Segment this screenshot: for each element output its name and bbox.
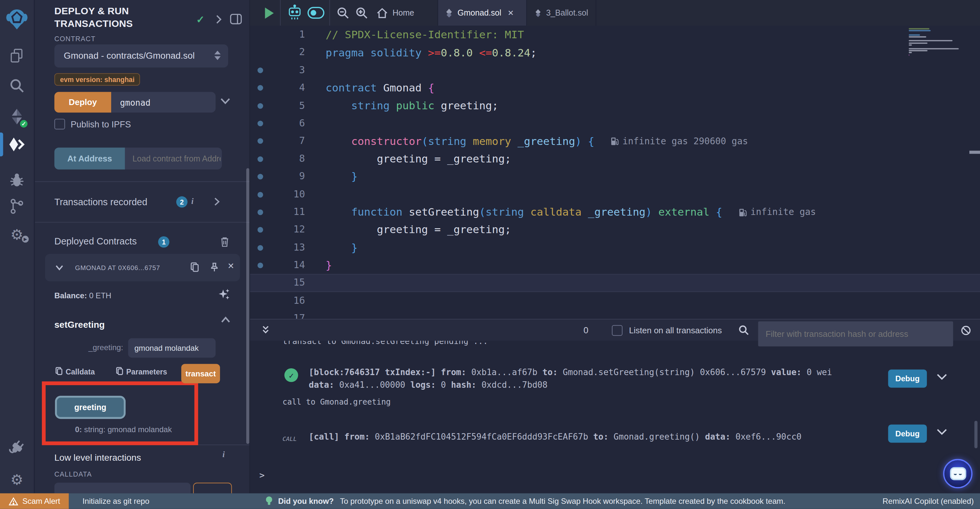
editor-scrollbar-thumb[interactable] [969, 151, 980, 154]
debug-button[interactable]: Debug [888, 370, 927, 388]
pin-icon[interactable] [209, 262, 220, 273]
terminal-search-icon[interactable] [738, 324, 749, 336]
code-editor[interactable]: 1// SPDX-License-Identifier: MIT2pragma … [250, 26, 980, 319]
code-line[interactable]: 9 } [250, 168, 980, 185]
transact-button[interactable]: transact [181, 364, 220, 383]
tab-gmonad-sol[interactable]: Gmonad.sol ✕ [438, 0, 527, 26]
trash-icon[interactable] [220, 236, 229, 247]
low-level-transact-button[interactable] [193, 483, 232, 493]
call-expand-icon[interactable] [936, 428, 948, 436]
low-level-info-icon[interactable]: i [223, 450, 225, 460]
instance-collapse-icon[interactable] [55, 265, 64, 271]
debugger-icon[interactable] [0, 171, 34, 189]
warning-icon [9, 497, 18, 506]
run-script-button[interactable] [265, 0, 274, 26]
code-line[interactable]: 4contract Gmonad { [250, 79, 980, 97]
code-line[interactable]: 6 [250, 115, 980, 132]
at-address-button[interactable]: At Address [54, 147, 125, 169]
calldata-button[interactable]: Calldata [65, 368, 95, 377]
copilot-toggle-icon[interactable] [307, 0, 325, 26]
code-line[interactable]: 15 [250, 274, 980, 292]
search-icon[interactable] [0, 76, 34, 95]
panel-check-icon: ✓ [196, 14, 205, 26]
code-line[interactable]: 16 [250, 292, 980, 310]
code-line[interactable]: 3 [250, 61, 980, 79]
code-text: constructor(string memory _greeting) { [326, 135, 594, 147]
parameters-button[interactable]: Parameters [126, 368, 167, 377]
tx-expand-icon[interactable] [936, 373, 948, 381]
terminal-collapse-icon[interactable] [261, 325, 270, 335]
plugin-manager-icon[interactable] [0, 438, 34, 458]
settings-icon[interactable]: ⚙ [0, 470, 34, 489]
clear-console-icon[interactable] [961, 325, 971, 335]
constructor-arg-input[interactable] [111, 92, 215, 113]
tab-3-ballot-sol[interactable]: 3_Ballot.sol [528, 0, 596, 26]
zoom-out-icon[interactable] [336, 0, 350, 26]
greeting-param-input[interactable] [128, 338, 215, 357]
minimap-line [909, 44, 912, 45]
remix-ai-assistant-button[interactable] [287, 0, 302, 26]
code-line[interactable]: 11 function setGreeting(string calldata … [250, 203, 980, 221]
low-level-calldata-input[interactable] [54, 483, 191, 493]
code-line[interactable]: 2pragma solidity >=0.8.0 <=0.8.24; [250, 43, 980, 61]
copy-icon[interactable] [190, 262, 199, 273]
copilot-status-label[interactable]: RemixAI Copilot (enabled) [883, 497, 974, 506]
code-token [326, 135, 351, 147]
contract-select[interactable]: Gmonad - contracts/Gmonad.sol [54, 45, 228, 67]
deployed-instance-card[interactable]: GMONAD AT 0X606...6757 ✕ [45, 254, 240, 281]
code-line[interactable]: 7 constructor(string memory _greeting) {… [250, 132, 980, 150]
file-explorer-icon[interactable] [0, 46, 34, 67]
terminal-text-segment: 0xa41...00000 [334, 379, 410, 389]
publish-ipfs-checkbox[interactable] [54, 119, 65, 129]
code-token: string [428, 135, 473, 147]
line-number: 8 [250, 150, 305, 168]
deploy-expand-icon[interactable] [220, 97, 231, 104]
init-git-repo-button[interactable]: Initialize as git repo [83, 497, 150, 506]
debug-button[interactable]: Debug [888, 424, 927, 442]
deploy-and-run-icon[interactable] [0, 135, 34, 154]
terminal-filter-input[interactable] [758, 321, 953, 346]
compiler-runner-icon[interactable]: ⚙ ▶ [0, 225, 34, 244]
instance-close-icon[interactable]: ✕ [228, 261, 234, 271]
terminal-body[interactable]: transact to Gmonad.setGreeting pending .… [250, 341, 980, 493]
deploy-button[interactable]: Deploy [54, 92, 111, 113]
home-tab[interactable]: Home [376, 0, 414, 26]
git-icon[interactable] [0, 198, 34, 215]
zoom-in-icon[interactable] [355, 0, 369, 26]
scam-alert-button[interactable]: Scam Alert [0, 493, 69, 509]
transactions-info-icon[interactable]: i [191, 196, 194, 206]
tx-log-entry[interactable]: [block:7646317 txIndex:-] from: 0xb1a...… [309, 366, 832, 391]
code-line[interactable]: 1// SPDX-License-Identifier: MIT [250, 26, 980, 43]
code-token: ) [575, 135, 582, 147]
at-address-input[interactable] [125, 147, 222, 169]
copy-parameters-icon[interactable] [116, 366, 124, 376]
minimap[interactable] [909, 27, 965, 62]
code-line[interactable]: 12 greeting = _greeting; [250, 221, 980, 239]
terminal-scrollbar-thumb[interactable] [975, 421, 978, 448]
tab-close-icon[interactable]: ✕ [508, 8, 514, 17]
home-icon [376, 7, 388, 19]
code-line[interactable]: 5 string public greeting; [250, 97, 980, 115]
panel-forward-icon[interactable] [215, 14, 222, 24]
line-number: 13 [250, 239, 305, 257]
terminal-text-segment: to: [542, 367, 558, 377]
function-collapse-icon[interactable] [221, 316, 231, 323]
sparkle-icon[interactable] [218, 288, 231, 301]
panel-scrollbar[interactable] [246, 168, 250, 444]
listen-all-checkbox[interactable] [612, 325, 623, 335]
code-line[interactable]: 8 greeting = _greeting; [250, 150, 980, 168]
copy-calldata-icon[interactable] [55, 366, 63, 376]
terminal-prompt[interactable]: > [259, 470, 264, 480]
code-line[interactable]: 14} [250, 257, 980, 274]
code-text: greeting = _greeting; [326, 152, 511, 165]
remix-ai-fab[interactable] [943, 459, 972, 488]
home-tab-label: Home [393, 8, 414, 18]
pin-panel-icon[interactable] [230, 14, 242, 24]
code-line[interactable]: 10 [250, 185, 980, 203]
call-log-entry[interactable]: [call] from: 0xB1aB62fdFC104512F594fCa0E… [309, 431, 802, 442]
code-line[interactable]: 17 [250, 310, 980, 319]
code-line[interactable]: 13 } [250, 239, 980, 257]
transactions-expand-icon[interactable] [214, 197, 221, 206]
solidity-compiler-icon[interactable]: ✓ [0, 108, 34, 126]
remix-logo-icon[interactable] [0, 8, 34, 31]
